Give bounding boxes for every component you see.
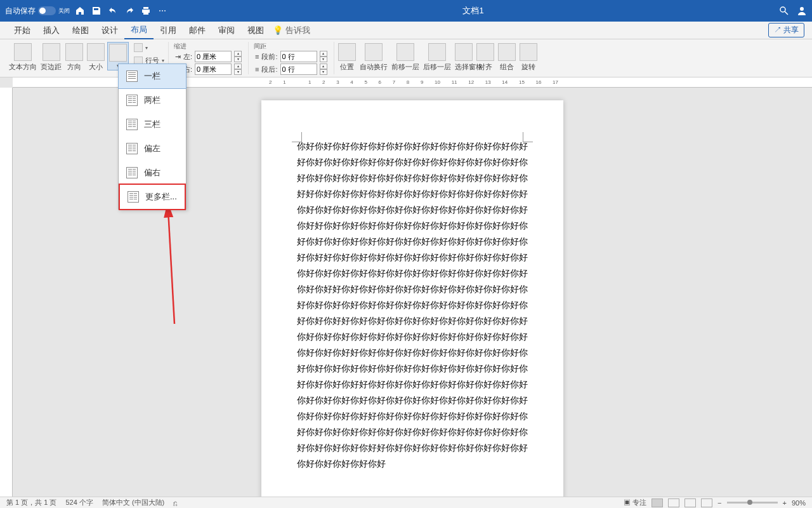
tab-insert[interactable]: 插入 (37, 22, 66, 39)
print-icon[interactable] (141, 6, 151, 16)
send-backward-button[interactable]: 后移一层 (422, 42, 452, 73)
search-icon[interactable] (779, 6, 789, 16)
indent-right-up[interactable]: ▴ (234, 64, 242, 69)
account-icon[interactable] (797, 6, 807, 16)
three-column-icon (126, 119, 138, 130)
group-label: 组合 (500, 62, 514, 72)
share-button[interactable]: ↗ 共享 (768, 23, 804, 37)
columns-more[interactable]: 更多栏... (119, 184, 186, 210)
indent-left-up[interactable]: ▴ (234, 51, 242, 57)
orientation-button[interactable]: 方向 (64, 42, 84, 73)
spacing-after-input[interactable] (280, 64, 317, 75)
columns-left-label: 偏左 (144, 143, 160, 154)
toggle-switch-icon[interactable] (38, 6, 56, 15)
undo-icon[interactable] (108, 6, 118, 16)
spacing-before-down[interactable]: ▾ (320, 57, 327, 62)
zoom-slider[interactable] (727, 502, 778, 504)
spacing-before-input[interactable] (280, 51, 317, 62)
rotate-icon (520, 43, 537, 61)
align-button[interactable]: 对齐 (475, 42, 495, 73)
columns-two[interactable]: 两栏 (119, 88, 186, 112)
margins-label: 页边距 (41, 62, 62, 72)
word-count[interactable]: 524 个字 (65, 498, 93, 507)
columns-three[interactable]: 三栏 (119, 112, 186, 137)
columns-more-label: 更多栏... (145, 191, 177, 203)
bring-forward-label: 前移一层 (391, 62, 419, 72)
document-body-text[interactable]: 你好你好你好你好你好你好你好你好你好你好你好你好你好好你好你好你好你好你好你好你… (297, 138, 528, 472)
view-outline[interactable] (701, 498, 712, 507)
size-icon (87, 43, 105, 61)
spacing-before-up[interactable]: ▴ (320, 51, 327, 57)
size-label: 大小 (89, 62, 103, 72)
columns-two-label: 两栏 (144, 95, 160, 106)
columns-one[interactable]: 一栏 (118, 64, 187, 89)
columns-left[interactable]: 偏左 (119, 137, 186, 161)
margins-button[interactable]: 页边距 (39, 42, 63, 73)
zoom-level[interactable]: 90% (792, 499, 806, 507)
orientation-icon (65, 43, 83, 61)
autosave-toggle[interactable]: 自动保存 关闭 (5, 6, 70, 17)
document-title: 文档1 (167, 5, 779, 17)
margin-corner-icon (292, 132, 302, 142)
tab-review[interactable]: 审阅 (212, 22, 241, 39)
text-direction-label: 文本方向 (9, 62, 37, 72)
bring-forward-button[interactable]: 前移一层 (390, 42, 421, 73)
language[interactable]: 简体中文 (中国大陆) (102, 498, 164, 507)
document-page[interactable]: 你好你好你好你好你好你好你好你好你好你好你好你好你好好你好你好你好你好你好你好你… (261, 100, 563, 497)
tab-references[interactable]: 引用 (154, 22, 183, 39)
view-print-layout[interactable] (652, 498, 663, 507)
selection-pane-button[interactable]: 选择窗格 (454, 42, 474, 73)
spacing-after-up[interactable]: ▴ (320, 64, 327, 69)
text-direction-button[interactable]: 文本方向 (8, 42, 38, 73)
selection-pane-label: 选择窗格 (455, 62, 473, 72)
tell-me[interactable]: 💡 告诉我 (273, 25, 310, 36)
status-bar: 第 1 页，共 1 页 524 个字 简体中文 (中国大陆) ⎌ ▣ 专注 − … (0, 497, 812, 508)
tab-design[interactable]: 设计 (95, 22, 124, 39)
vertical-ruler[interactable] (0, 88, 13, 497)
zoom-in[interactable]: + (783, 499, 787, 507)
tab-mailings[interactable]: 邮件 (183, 22, 212, 39)
columns-right[interactable]: 偏右 (119, 161, 186, 185)
breaks-button[interactable]: ▾ (133, 42, 166, 53)
spacing-group-label: 间距 (251, 42, 331, 51)
indent-right-input[interactable] (195, 64, 232, 75)
redo-icon[interactable] (124, 6, 134, 16)
size-button[interactable]: 大小 (86, 42, 106, 73)
wrap-text-button[interactable]: 自动换行 (358, 42, 389, 73)
indent-left-input[interactable] (195, 51, 232, 62)
indent-right-down[interactable]: ▾ (234, 69, 242, 75)
save-icon[interactable] (91, 6, 102, 16)
one-column-icon (126, 70, 138, 82)
send-backward-label: 后移一层 (423, 62, 451, 72)
autosave-state: 关闭 (58, 7, 70, 15)
indent-left-down[interactable]: ▾ (234, 57, 242, 62)
position-button[interactable]: 位置 (337, 42, 357, 73)
tab-layout[interactable]: 布局 (124, 22, 154, 39)
page-info[interactable]: 第 1 页，共 1 页 (6, 498, 56, 507)
bring-forward-icon (396, 43, 414, 61)
view-web-layout[interactable] (684, 498, 696, 507)
indent-left-label: 左: (183, 52, 192, 62)
send-backward-icon (428, 43, 446, 61)
zoom-out[interactable]: − (717, 499, 721, 507)
tab-home[interactable]: 开始 (8, 22, 37, 39)
view-read-mode[interactable] (668, 498, 679, 507)
tab-draw[interactable]: 绘图 (66, 22, 95, 39)
accessibility-icon[interactable]: ⎌ (173, 499, 178, 507)
two-column-icon (126, 95, 138, 106)
tab-view[interactable]: 视图 (241, 22, 270, 39)
focus-mode[interactable]: ▣ 专注 (624, 498, 646, 507)
orientation-label: 方向 (67, 62, 81, 72)
margin-corner-icon (523, 132, 533, 142)
text-direction-icon (14, 43, 32, 61)
more-icon[interactable]: ⋯ (157, 6, 167, 16)
group-icon (498, 43, 516, 61)
group-button[interactable]: 组合 (497, 42, 517, 73)
svg-point-0 (780, 7, 785, 12)
home-icon[interactable] (75, 6, 85, 16)
spacing-before-row: ≡ 段前: ▴▾ (255, 51, 327, 62)
indent-left-icon: ⇥ (175, 53, 181, 61)
spacing-after-down[interactable]: ▾ (320, 69, 327, 75)
rotate-button[interactable]: 旋转 (518, 42, 539, 73)
title-bar: 自动保存 关闭 ⋯ 文档1 (0, 0, 812, 22)
